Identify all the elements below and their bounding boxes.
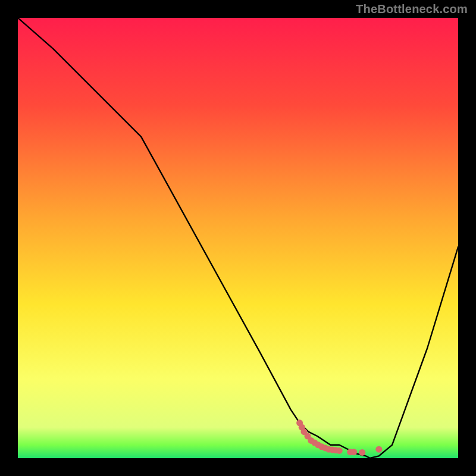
chart-background (18, 18, 458, 458)
data-marker (375, 446, 382, 453)
data-marker (350, 449, 357, 455)
chart-frame: TheBottleneck.com (0, 0, 476, 476)
data-marker (336, 447, 343, 454)
data-marker (359, 449, 365, 456)
watermark-text: TheBottleneck.com (356, 2, 468, 16)
bottleneck-chart (18, 18, 458, 458)
